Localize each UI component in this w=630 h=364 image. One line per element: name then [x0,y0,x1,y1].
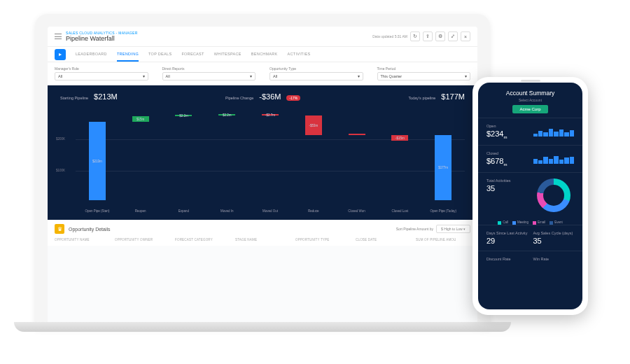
sort-label: Sort Pipeline Amount by [396,227,433,231]
activities-donut [537,178,570,212]
tab-forecast[interactable]: FORECAST [181,48,204,62]
settings-icon[interactable]: ⚙ [435,31,445,41]
details-columns: OPPORTUNITY NAMEOPPORTUNITY OWNERFORECAS… [55,238,470,241]
filter-label: Direct Reports [162,66,256,71]
phone-title: Account Summary [484,90,577,97]
discount-label: Discount Rate [486,257,528,261]
bar-label: $177m [438,166,448,169]
filter-label: Opportunity Type [270,66,363,71]
column-header[interactable]: STAGE NAME [235,238,290,241]
menu-icon[interactable] [55,34,62,39]
tab-trending[interactable]: TRENDING [117,48,139,62]
app-icon[interactable]: ▸ [55,49,66,60]
crown-icon: ♛ [55,224,64,234]
column-header[interactable]: CLOSE DATE [356,238,410,241]
x-label: Moved In [205,209,248,213]
start-value: $213M [94,92,118,101]
bar-label: $2.2m [179,114,188,118]
app-screen: SALES CLOUD ANALYTICS - MANAGER Pipeline… [48,27,477,329]
phone-speaker [521,80,540,82]
filter-select[interactable]: This Quarter▾ [377,72,471,80]
closed-value: $678m [486,157,528,167]
refresh-icon[interactable]: ↻ [410,31,420,41]
x-label: Expand [162,209,206,213]
tab-leaderboard[interactable]: LEADERBOARD [76,48,107,62]
activities-label: Total Activities [486,178,528,183]
share-icon[interactable]: ⇪ [423,31,433,41]
expand-icon[interactable]: ⤢ [448,31,458,41]
tab-activities[interactable]: ACTIVITIES [288,48,311,62]
filter-label: Manager's Role [55,66,148,71]
today-value: $177M [441,92,465,101]
column-header[interactable]: SUM OF PIPELINE AMOU [416,238,470,241]
sort-select[interactable]: $ High to Low ▾ [436,225,470,233]
column-header[interactable]: OPPORTUNITY OWNER [115,238,169,241]
bar-label: $15m [136,118,144,121]
win-label: Win Rate [533,257,575,261]
waterfall-chart: $200K $100K $213m$15m$2.2m$2.2m-$2.7m-$5… [55,108,470,213]
tab-top-deals[interactable]: TOP DEALS [148,48,172,62]
account-chip[interactable]: Acme Corp [512,105,547,113]
phone-select-label: Select Account [484,98,577,102]
filter-bar: Manager's RoleAll▾Direct ReportsAll▾Oppo… [48,62,477,85]
close-icon[interactable]: × [461,31,470,41]
bar-label: -$2.7m [265,113,275,117]
closed-sparkline [533,154,575,164]
x-label: Closed Won [335,209,379,213]
x-label: Reopen [119,209,162,213]
tab-whitespace[interactable]: WHITESPACE [214,48,241,62]
cycle-value: 35 [533,237,575,245]
open-sparkline [533,127,575,136]
filter-select[interactable]: All▾ [270,72,363,80]
start-label: Starting Pipeline [60,96,88,100]
open-value: $234m [486,130,528,139]
phone-frame: Account Summary Select Account Acme Corp… [472,77,588,315]
bar-label: $213m [92,160,102,163]
activities-value: 35 [486,184,528,192]
today-label: Today's pipeline [408,96,435,100]
opportunity-details: ♛ Opportunity Details Sort Pipeline Amou… [48,220,477,246]
filter-select[interactable]: All▾ [55,72,148,80]
tab-bar: ▸ LEADERBOARDTRENDINGTOP DEALSFORECASTWH… [48,47,477,62]
days-value: 29 [486,237,528,245]
cycle-label: Avg Sales Cycle (days) [533,231,575,235]
change-value: -$36M [259,92,281,101]
summary-bar: Starting Pipeline $213M Pipeline Change … [55,92,470,108]
laptop-frame: SALES CLOUD ANALYTICS - MANAGER Pipeline… [35,14,490,329]
y-tick: $200K [56,137,65,141]
change-label: Pipeline Change [225,96,253,100]
bar-label: -$15m [396,136,405,140]
tab-benchmark[interactable]: BENCHMARK [251,48,278,62]
page-title: Pipeline Waterfall [66,35,138,42]
column-header[interactable]: FORECAST CATEGORY [175,238,230,241]
x-label: Reduce [292,209,335,213]
open-label: Open [486,124,528,128]
y-tick: $100K [56,169,65,172]
details-title: Opportunity Details [69,227,111,232]
bar-label: -$53m [309,124,318,127]
x-label: Moved Out [248,209,292,213]
days-label: Days Since Last Activity [486,231,528,235]
filter-select[interactable]: All▾ [162,72,256,80]
updated-label: Data updated 5:31 AM [372,34,407,38]
app-header: SALES CLOUD ANALYTICS - MANAGER Pipeline… [48,27,477,47]
x-label: Open Pipe (Today) [421,209,465,213]
phone-screen: Account Summary Select Account Acme Corp… [478,83,582,309]
x-label: Open Pipe (Start) [76,209,119,213]
x-label: Closed Lost [378,209,421,213]
closed-label: Closed [486,151,528,155]
filter-label: Time Period [377,66,471,71]
laptop-base [14,322,511,332]
column-header[interactable]: OPPORTUNITY NAME [55,238,109,241]
waterfall-panel: Starting Pipeline $213M Pipeline Change … [48,85,477,220]
bar-label: $2.2m [223,113,232,117]
change-pct-badge: -17% [286,95,300,101]
bar-closed_won[interactable] [349,134,365,135]
column-header[interactable]: OPPORTUNITY TYPE [295,238,350,241]
